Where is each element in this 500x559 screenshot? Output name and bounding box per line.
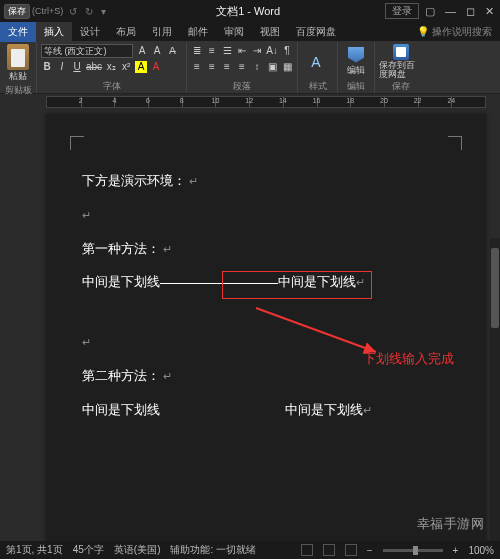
pilcrow-icon: ↵	[186, 175, 198, 187]
status-page[interactable]: 第1页, 共1页	[6, 543, 63, 557]
font-label: 字体	[41, 79, 182, 93]
save-group-label: 保存	[379, 79, 423, 93]
save-shortcut-label: (Ctrl+S)	[32, 6, 63, 16]
paragraph-label: 段落	[191, 79, 293, 93]
page[interactable]: 下方是演示环境： ↵ ↵ 第一种方法： ↵ 中间是下划线中间是下划线↵ 下划线输…	[46, 114, 486, 559]
font-family-select[interactable]	[41, 44, 133, 58]
font-color-button[interactable]: A	[150, 61, 162, 73]
highlight-button[interactable]: A	[135, 61, 147, 73]
para-blank-1: ↵	[82, 198, 450, 232]
underline-button[interactable]: U	[71, 61, 83, 73]
align-left-icon[interactable]: ≡	[191, 61, 203, 73]
paste-label: 粘贴	[9, 70, 27, 83]
tab-baidu[interactable]: 百度网盘	[288, 22, 344, 42]
line-spacing-icon[interactable]: ↕	[251, 61, 263, 73]
view-web-icon[interactable]	[345, 544, 357, 556]
status-accessibility[interactable]: 辅助功能: 一切就绪	[170, 543, 256, 557]
sort-icon[interactable]: A↓	[266, 45, 278, 57]
shading-icon[interactable]: ▣	[266, 61, 278, 73]
tell-me-search[interactable]: 操作说明搜索	[409, 25, 500, 39]
text-m2-right[interactable]: 中间是下划线	[285, 402, 363, 417]
align-center-icon[interactable]: ≡	[206, 61, 218, 73]
font-size-decrease-icon[interactable]: A	[151, 45, 163, 57]
text-method2-title[interactable]: 第二种方法：	[82, 368, 160, 383]
view-read-icon[interactable]	[301, 544, 313, 556]
numbering-icon[interactable]: ≡	[206, 45, 218, 57]
paste-icon	[7, 44, 29, 70]
edit-icon	[348, 47, 364, 63]
tab-insert[interactable]: 插入	[36, 22, 72, 42]
bold-button[interactable]: B	[41, 61, 53, 73]
subscript-button[interactable]: x₂	[105, 61, 117, 73]
vertical-scrollbar[interactable]	[490, 238, 500, 558]
ribbon-tabs: 文件 插入 设计 布局 引用 邮件 审阅 视图 百度网盘 操作说明搜索	[0, 22, 500, 42]
window-controls: ▢ — ◻ ✕	[425, 5, 494, 18]
undo-icon[interactable]: ↺	[69, 6, 79, 16]
tab-file[interactable]: 文件	[0, 22, 36, 42]
italic-button[interactable]: I	[56, 61, 68, 73]
login-button[interactable]: 登录	[385, 3, 419, 19]
tab-review[interactable]: 审阅	[216, 22, 252, 42]
multilevel-icon[interactable]: ☰	[221, 45, 233, 57]
save-cloud-button[interactable]: 保存到百度网盘	[379, 44, 423, 79]
clear-format-icon[interactable]: A̶	[166, 45, 178, 57]
tab-mailings[interactable]: 邮件	[180, 22, 216, 42]
redo-icon[interactable]: ↻	[85, 6, 95, 16]
strike-button[interactable]: abc	[86, 61, 102, 73]
para-method1-line: 中间是下划线中间是下划线↵	[82, 265, 450, 299]
ribbon-options-icon[interactable]: ▢	[425, 5, 435, 18]
group-save-cloud: 保存到百度网盘 保存	[375, 42, 427, 93]
para-method2-title: 第二种方法： ↵	[82, 359, 450, 393]
text-m1-left[interactable]: 中间是下划线	[82, 274, 160, 289]
para-intro: 下方是演示环境： ↵	[82, 164, 450, 198]
group-styles: A 样式	[298, 42, 338, 93]
paste-button[interactable]: 粘贴	[4, 44, 32, 83]
pilcrow-icon: ↵	[363, 404, 372, 416]
margin-corner-tl	[70, 136, 84, 150]
text-method1-title[interactable]: 第一种方法：	[82, 241, 160, 256]
document-title: 文档1 - Word	[111, 4, 385, 19]
styles-button[interactable]: A	[302, 54, 330, 70]
horizontal-ruler-strip: 24681012141618202224	[0, 94, 500, 108]
para-method2-line: 中间是下划线 中间是下划线↵	[82, 393, 450, 427]
borders-icon[interactable]: ▦	[281, 61, 293, 73]
tab-view[interactable]: 视图	[252, 22, 288, 42]
scrollbar-thumb[interactable]	[491, 248, 499, 328]
zoom-slider[interactable]	[383, 549, 443, 552]
editing-button[interactable]: 编辑	[342, 47, 370, 77]
view-print-icon[interactable]	[323, 544, 335, 556]
show-marks-icon[interactable]: ¶	[281, 45, 293, 57]
zoom-percent[interactable]: 100%	[468, 545, 494, 556]
qat-more-icon[interactable]: ▾	[101, 6, 111, 16]
indent-inc-icon[interactable]: ⇥	[251, 45, 263, 57]
status-language[interactable]: 英语(美国)	[114, 543, 161, 557]
tab-design[interactable]: 设计	[72, 22, 108, 42]
indent-dec-icon[interactable]: ⇤	[236, 45, 248, 57]
save-cloud-label: 保存到百度网盘	[379, 61, 423, 79]
qat-icons: ↺ ↻ ▾	[69, 6, 111, 16]
group-clipboard: 粘贴 剪贴板	[0, 42, 37, 93]
zoom-in-button[interactable]: +	[453, 545, 459, 556]
bullets-icon[interactable]: ≣	[191, 45, 203, 57]
text-intro[interactable]: 下方是演示环境：	[82, 173, 186, 188]
maximize-icon[interactable]: ◻	[466, 5, 475, 18]
minimize-icon[interactable]: —	[445, 5, 456, 18]
tab-layout[interactable]: 布局	[108, 22, 144, 42]
horizontal-ruler[interactable]: 24681012141618202224	[46, 96, 486, 108]
title-bar: 保存 (Ctrl+S) ↺ ↻ ▾ 文档1 - Word 登录 ▢ — ◻ ✕	[0, 0, 500, 22]
vertical-ruler[interactable]	[0, 108, 14, 559]
zoom-out-button[interactable]: −	[367, 545, 373, 556]
font-size-increase-icon[interactable]: A	[136, 45, 148, 57]
pilcrow-icon: ↵	[82, 336, 91, 348]
superscript-button[interactable]: x²	[120, 61, 132, 73]
close-icon[interactable]: ✕	[485, 5, 494, 18]
status-bar: 第1页, 共1页 45个字 英语(美国) 辅助功能: 一切就绪 − + 100%	[0, 541, 500, 559]
save-button[interactable]: 保存	[4, 4, 30, 19]
status-words[interactable]: 45个字	[73, 543, 104, 557]
justify-icon[interactable]: ≡	[236, 61, 248, 73]
save-cloud-icon	[393, 44, 409, 60]
tab-references[interactable]: 引用	[144, 22, 180, 42]
text-m2-left[interactable]: 中间是下划线	[82, 402, 160, 417]
document-area: 下方是演示环境： ↵ ↵ 第一种方法： ↵ 中间是下划线中间是下划线↵ 下划线输…	[0, 108, 500, 559]
align-right-icon[interactable]: ≡	[221, 61, 233, 73]
